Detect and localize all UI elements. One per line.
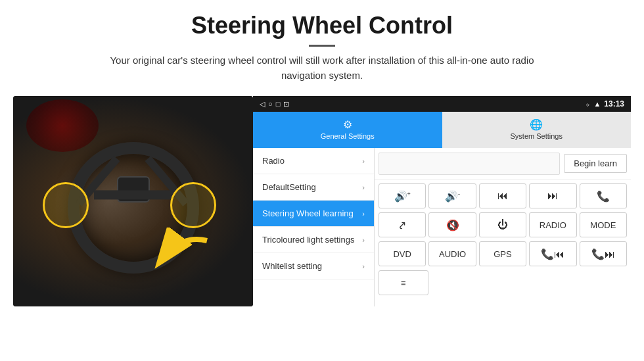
menu-item-radio-label: Radio [262,156,285,166]
hangup-button[interactable]: ↩ [379,212,426,237]
tab-general-settings[interactable]: ⚙ General Settings [253,112,442,148]
prev-track-button[interactable]: ⏮ [479,183,526,208]
call-icon: 📞 [597,190,610,203]
menu-item-default[interactable]: DefaultSetting › [253,174,374,201]
nav-icons: ◁ ○ □ ⊡ [260,100,289,108]
menu-item-tricoloured[interactable]: Tricoloured light settings › [253,227,374,253]
signal-icon: ▲ [593,100,601,108]
status-bar: ◁ ○ □ ⊡ ⬦ ▲ 13:13 [253,96,631,112]
controls-row3: DVD AUDIO GPS 📞⏮ 📞⏭ [375,241,631,270]
controls-row4: ≡ [375,270,631,295]
call-button[interactable]: 📞 [580,183,627,208]
location-icon: ⬦ [586,100,590,108]
menu-list: Radio › DefaultSetting › Steering Wheel … [253,148,375,306]
spoke-horizontal [94,190,173,199]
status-time: 13:13 [604,99,624,108]
mode-button[interactable]: MODE [580,212,627,237]
prev-call-icon: 📞⏮ [541,248,564,260]
controls-row1: 🔊+ 🔊- ⏮ ⏭ 📞 [375,180,631,212]
hangup-icon: ↩ [395,218,410,233]
status-right-icons: ⬦ ▲ 13:13 [586,99,624,108]
content-section: ◁ ○ □ ⊡ ⬦ ▲ 13:13 ⚙ General Settings [0,96,644,361]
tab-system-label: System Settings [511,132,563,140]
chevron-icon-whitelist: › [362,262,365,270]
vol-up-icon: 🔊+ [394,190,411,203]
system-settings-icon: 🌐 [530,118,543,131]
button-highlight-right [170,182,216,228]
controls-panel: Begin learn 🔊+ 🔊- ⏮ [375,148,631,306]
chevron-icon-tricoloured: › [362,236,365,244]
chevron-icon-default: › [362,183,365,191]
android-ui-panel: ◁ ○ □ ⊡ ⬦ ▲ 13:13 ⚙ General Settings [253,96,631,306]
next-track-icon: ⏭ [547,190,558,202]
header-section: Steering Wheel Control Your original car… [0,0,644,89]
dashboard-gauge [26,99,99,152]
chevron-icon-radio: › [362,157,365,165]
steering-input-display [379,153,560,175]
vol-down-button[interactable]: 🔊- [428,183,476,208]
button-highlight-left [43,182,89,228]
screenshot-icon: ⊡ [283,100,289,108]
chevron-icon-steering: › [362,210,365,218]
page-container: Steering Wheel Control Your original car… [0,0,644,361]
begin-learn-button[interactable]: Begin learn [564,154,627,173]
radio-button[interactable]: RADIO [529,212,576,237]
vol-down-icon: 🔊- [445,190,460,203]
prev-track-icon: ⏮ [497,190,508,202]
tab-general-label: General Settings [321,132,375,140]
menu-item-whitelist-label: Whitelist setting [262,261,322,271]
vol-up-button[interactable]: 🔊+ [379,183,426,208]
home-icon: ○ [268,100,273,108]
recents-icon: □ [276,100,281,108]
menu-item-tricoloured-label: Tricoloured light settings [262,235,354,245]
menu-item-whitelist[interactable]: Whitelist setting › [253,253,374,279]
gps-button[interactable]: GPS [479,241,526,266]
mute-button[interactable]: 🔇 [428,212,476,237]
dvd-button[interactable]: DVD [379,241,426,266]
page-subtitle: Your original car's steering wheel contr… [99,53,545,83]
prev-call-button[interactable]: 📞⏮ [529,241,576,266]
next-call-icon: 📞⏭ [591,248,615,260]
tabs-bar: ⚙ General Settings 🌐 System Settings [253,112,631,148]
next-call-button[interactable]: 📞⏭ [580,241,627,266]
menu-item-steering-label: Steering Wheel learning [262,208,354,218]
page-title: Steering Wheel Control [39,12,605,39]
next-track-button[interactable]: ⏭ [529,183,576,208]
back-icon: ◁ [260,100,265,108]
music-list-icon: ≡ [401,278,406,288]
tab-system-settings[interactable]: 🌐 System Settings [442,112,632,148]
steering-wheel-image [13,96,253,306]
general-settings-icon: ⚙ [343,118,352,131]
menu-item-steering[interactable]: Steering Wheel learning › [253,201,374,227]
audio-button[interactable]: AUDIO [428,241,476,266]
controls-top-row: Begin learn [375,148,631,180]
power-button[interactable]: ⏻ [479,212,526,237]
music-list-button[interactable]: ≡ [379,270,428,295]
mute-icon: 🔇 [446,219,459,231]
menu-item-radio[interactable]: Radio › [253,148,374,174]
sw-background [13,96,253,306]
main-area: Radio › DefaultSetting › Steering Wheel … [253,148,631,306]
power-icon: ⏻ [497,219,508,231]
title-divider [309,45,335,47]
menu-item-default-label: DefaultSetting [262,182,316,192]
controls-row2: ↩ 🔇 ⏻ RADIO MODE [375,212,631,241]
